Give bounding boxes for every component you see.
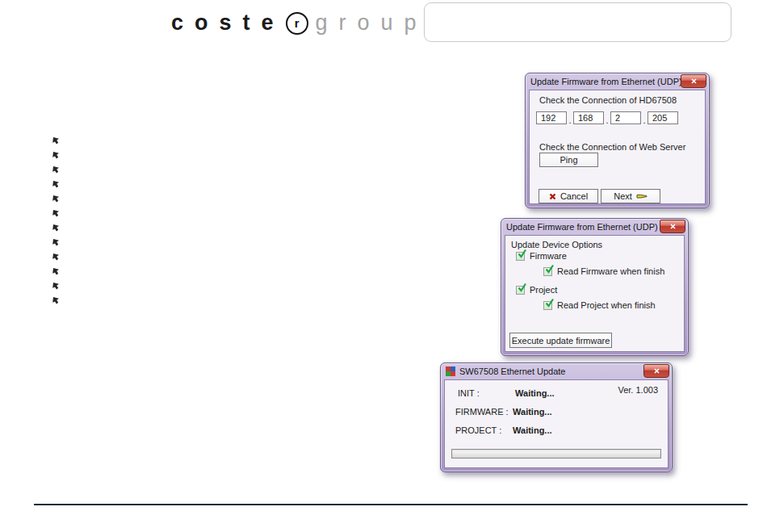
dialog-ethernet-update: SW67508 Ethernet Update Ver. 1.003 INIT … <box>440 362 673 472</box>
close-icon <box>691 78 697 84</box>
pointing-hand-icon <box>52 267 61 275</box>
pointing-hand-icon <box>52 180 61 188</box>
logo-word-coste: coste <box>171 10 285 36</box>
ip-octet-1-input[interactable] <box>536 111 567 124</box>
project-label: PROJECT : <box>455 425 510 435</box>
ip-octet-2-input[interactable] <box>573 111 604 124</box>
version-label: Ver. 1.003 <box>618 385 658 395</box>
ip-octet-4-input[interactable] <box>648 111 678 124</box>
init-label: INIT : <box>458 388 513 398</box>
registered-r-icon: r <box>286 12 308 35</box>
dialog2-title: Update Firmware from Ethernet (UDP) <box>506 222 658 232</box>
progress-bar <box>451 449 661 459</box>
dialog-update-options: Update Firmware from Ethernet (UDP) Upda… <box>501 218 689 356</box>
firmware-status-row: FIRMWARE : Waiting... <box>455 407 552 417</box>
document-page: coste r group Update Firmware from Ether… <box>0 0 767 532</box>
ip-address-fields: . . . <box>536 111 678 124</box>
read-project-checkbox-label: Read Project when finish <box>557 300 656 310</box>
cancel-button[interactable]: Cancel <box>539 189 598 203</box>
close-button[interactable] <box>660 220 685 233</box>
pointing-hand-icon <box>52 165 61 174</box>
dialog2-content: Update Device Options Firmware Read Firm… <box>505 235 685 352</box>
dialog1-content: Check the Connection of HD67508 . . . Ch… <box>529 90 706 204</box>
firmware-checkbox-label: Firmware <box>530 251 567 261</box>
next-hand-icon <box>636 192 648 200</box>
pointing-hand-icon <box>52 195 61 203</box>
close-icon <box>654 368 660 374</box>
read-firmware-checkbox-label: Read Firmware when finish <box>557 266 664 276</box>
read-firmware-checkbox-row[interactable]: Read Firmware when finish <box>543 266 664 276</box>
pointing-hand-icon <box>52 224 61 232</box>
dialog3-title: SW67508 Ethernet Update <box>459 367 565 376</box>
check-webserver-label: Check the Connection of Web Server <box>539 142 685 152</box>
pointing-hand-icon <box>52 136 61 145</box>
init-status-value: Waiting... <box>515 388 554 398</box>
project-checkbox-label: Project <box>530 285 557 295</box>
firmware-checkbox-row[interactable]: Firmware <box>516 251 567 261</box>
checkbox-checked-icon[interactable] <box>516 286 525 295</box>
pointing-hand-icon <box>52 282 61 290</box>
logo-word-group: group <box>316 10 428 36</box>
ip-dot: . <box>604 116 610 124</box>
read-project-checkbox-row[interactable]: Read Project when finish <box>543 300 656 310</box>
close-button[interactable] <box>643 364 669 378</box>
dialog-check-connection: Update Firmware from Ethernet (UDP) Chec… <box>525 73 710 208</box>
header-empty-box <box>424 2 731 42</box>
coster-group-logo: coste r group <box>171 10 428 36</box>
pointing-hand-icon <box>52 151 61 159</box>
footer-divider <box>34 504 748 505</box>
dialog3-titlebar[interactable]: SW67508 Ethernet Update <box>441 363 672 379</box>
project-status-row: PROJECT : Waiting... <box>455 425 552 435</box>
checkbox-checked-icon[interactable] <box>543 301 552 310</box>
project-status-value: Waiting... <box>513 425 551 435</box>
close-button[interactable] <box>681 74 706 88</box>
checkbox-checked-icon[interactable] <box>543 267 552 276</box>
init-status-row: INIT : Waiting... <box>458 388 555 398</box>
pointing-hand-icon <box>52 296 61 304</box>
ip-dot: . <box>567 116 573 124</box>
next-button[interactable]: Next <box>601 189 660 203</box>
ip-dot: . <box>641 116 648 124</box>
pointing-hand-icon <box>52 253 61 261</box>
project-checkbox-row[interactable]: Project <box>516 285 557 295</box>
cancel-x-icon <box>549 193 556 200</box>
ping-button[interactable]: Ping <box>539 153 598 167</box>
firmware-status-value: Waiting... <box>513 407 551 417</box>
check-connection-label: Check the Connection of HD67508 <box>539 95 677 105</box>
close-icon <box>670 224 676 229</box>
pointing-hand-icon <box>52 238 61 246</box>
dialog3-content: Ver. 1.003 INIT : Waiting... FIRMWARE : … <box>444 379 669 468</box>
pointing-hand-icon <box>52 209 61 217</box>
ip-octet-3-input[interactable] <box>610 111 641 124</box>
toc-bullet-column <box>52 136 61 311</box>
dialog1-title: Update Firmware from Ethernet (UDP) <box>530 77 682 86</box>
execute-update-firmware-button[interactable]: Execute update firmware <box>509 333 612 348</box>
sw67508-app-icon <box>446 367 455 376</box>
checkbox-checked-icon[interactable] <box>516 252 525 261</box>
firmware-label: FIRMWARE : <box>455 407 510 417</box>
